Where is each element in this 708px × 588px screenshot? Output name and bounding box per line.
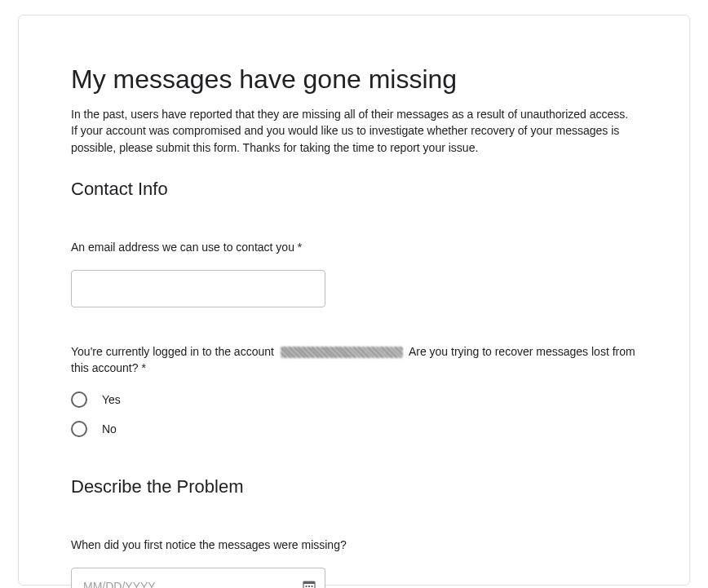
form-container: My messages have gone missing In the pas… xyxy=(18,15,690,586)
describe-problem-heading: Describe the Problem xyxy=(71,476,637,497)
page-title: My messages have gone missing xyxy=(71,64,637,95)
date-field-group: When did you first notice the messages w… xyxy=(71,537,637,588)
radio-circle-icon xyxy=(71,391,87,408)
email-input[interactable] xyxy=(71,270,325,307)
account-question-prefix: You're currently logged in to the accoun… xyxy=(71,345,277,358)
radio-group: Yes No xyxy=(71,391,637,437)
svg-rect-1 xyxy=(303,581,315,584)
email-field-group: An email address we can use to contact y… xyxy=(71,239,637,307)
radio-label-no: No xyxy=(102,422,117,435)
account-question-label: You're currently logged in to the accoun… xyxy=(71,343,637,377)
radio-option-yes[interactable]: Yes xyxy=(71,391,637,408)
date-input-wrapper xyxy=(71,568,325,588)
radio-option-no[interactable]: No xyxy=(71,421,637,437)
radio-label-yes: Yes xyxy=(102,393,121,406)
email-label: An email address we can use to contact y… xyxy=(71,239,637,255)
intro-text: In the past, users have reported that th… xyxy=(71,106,637,156)
date-input[interactable] xyxy=(71,568,325,588)
account-question-group: You're currently logged in to the accoun… xyxy=(71,343,637,437)
svg-rect-2 xyxy=(306,586,308,587)
contact-info-heading: Contact Info xyxy=(71,179,637,200)
svg-rect-4 xyxy=(312,586,313,587)
calendar-icon[interactable] xyxy=(303,580,316,588)
date-label: When did you first notice the messages w… xyxy=(71,537,637,553)
radio-circle-icon xyxy=(71,421,87,437)
account-obscured xyxy=(281,347,403,358)
svg-rect-3 xyxy=(308,586,310,587)
